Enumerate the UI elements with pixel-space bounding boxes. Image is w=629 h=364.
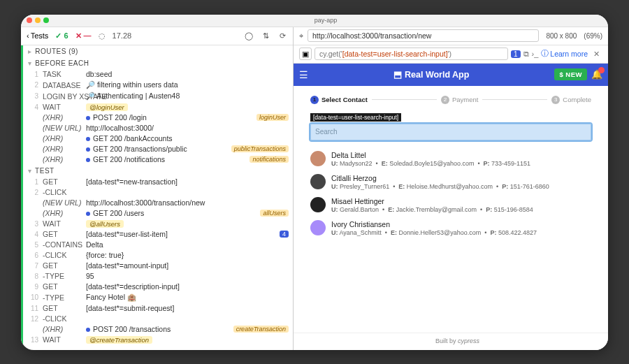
command-row[interactable]: 11GET[data-test*=submit-request]	[23, 303, 293, 314]
contact-list: Delta Littel U: Madyson22 • E: Soledad.B…	[310, 147, 591, 240]
selector-prefix: cy.get('	[319, 50, 342, 58]
xhr-dot-icon	[86, 137, 90, 141]
line-number: 6	[27, 252, 38, 259]
stepper-step: 3Complete	[551, 96, 591, 104]
chevron-icon: ▾	[27, 59, 33, 67]
cypress-runner-panel: ‹ Tests ✓ 6 ✕ — ◌ 17.28 ◯ ⇅ ⟳ ▸ ROUTES (…	[21, 27, 294, 350]
command-row[interactable]: 13WAIT@createTransaction	[23, 335, 293, 345]
command-row[interactable]: (XHR)GET 200 /usersallUsers	[23, 208, 293, 219]
url-input[interactable]: http://localhost:3000/transaction/new	[308, 29, 539, 42]
command-row[interactable]: 1GET[data-test*=new-transaction]	[23, 177, 293, 187]
refresh-icon[interactable]: ⟳	[277, 31, 287, 41]
menu-icon[interactable]: ☰	[299, 69, 308, 80]
command-row[interactable]: 12-CLICK	[23, 314, 293, 324]
command-row[interactable]: (NEW URL)http://localhost:3000/transacti…	[23, 198, 293, 208]
section-header[interactable]: ▾ TEST	[23, 165, 293, 177]
step-circle: 2	[441, 96, 449, 104]
xhr-dot-icon	[86, 116, 90, 120]
list-item[interactable]: Misael Hettinger U: Gerald.Barton • E: J…	[310, 194, 591, 217]
command-row[interactable]: 9GET[data-test*=description-input]	[23, 282, 293, 292]
alias-pill: @allUsers	[86, 220, 124, 228]
command-message: http://localhost:3000/transaction/new	[86, 198, 289, 207]
minimize-icon[interactable]	[35, 17, 41, 23]
browser-window: pay-app ‹ Tests ✓ 6 ✕ — ◌ 17.28 ◯ ⇅ ⟳ ▸ …	[21, 15, 608, 350]
command-row[interactable]: (NEW URL)http://localhost:3000/	[23, 123, 293, 133]
command-row[interactable]: 4GET[data-test*=user-list-item]4	[23, 229, 293, 240]
info-icon: ⓘ	[541, 49, 549, 59]
command-row[interactable]: 7GET[data-test*=amount-input]	[23, 261, 293, 271]
alias-tag: notifications	[250, 156, 289, 163]
command-name: -TYPE	[43, 293, 82, 302]
bell-icon[interactable]: 🔔	[591, 69, 602, 80]
line-number: 7	[27, 262, 38, 270]
close-icon[interactable]	[27, 17, 32, 23]
command-row[interactable]: 8-TYPE95	[23, 271, 293, 282]
command-name: GET	[43, 230, 82, 238]
command-name: WAIT	[43, 103, 82, 111]
contact-info: Citlalli Herzog U: Presley_Turner61 • E:…	[331, 174, 549, 190]
new-button[interactable]: $ NEW	[554, 68, 587, 80]
command-log[interactable]: ▸ ROUTES (9) ▾ BEFORE EACH1TASKdb:seed2D…	[21, 45, 293, 350]
command-name: (NEW URL)	[43, 124, 82, 132]
command-row[interactable]: (XHR)GET 200 /transactions/publicpublicT…	[23, 144, 293, 154]
list-item[interactable]: Ivory Christiansen U: Ayana_Schmitt • E:…	[310, 217, 591, 240]
notification-badge	[598, 67, 605, 73]
command-row[interactable]: (XHR)GET 200 /notificationsnotifications	[23, 154, 293, 165]
traffic-lights[interactable]	[27, 17, 49, 23]
close-selector-icon[interactable]: ✕	[591, 50, 602, 58]
element-picker-icon[interactable]: ▣	[299, 48, 312, 60]
command-row[interactable]: 1TASKdb:seed	[23, 69, 293, 80]
command-name: GET	[43, 177, 82, 186]
copy-icon[interactable]: ⧉	[523, 50, 529, 59]
command-name: WAIT	[43, 335, 82, 344]
command-message: Fancy Hotel 🏨	[86, 293, 289, 302]
command-message: 🔎 Authenticating | Austen48	[86, 92, 289, 101]
zoom-level: (69%)	[584, 32, 602, 40]
command-message: 🔎 filtering within users data	[86, 80, 289, 89]
command-row[interactable]: 2-CLICK	[23, 187, 293, 198]
line-number: 10	[27, 293, 38, 301]
stepper-line	[482, 99, 547, 100]
back-to-tests-button[interactable]: ‹ Tests	[27, 31, 48, 40]
command-row[interactable]: (XHR)GET 200 /bankAccounts	[23, 133, 293, 144]
learn-more-link[interactable]: ⓘ Learn more	[541, 49, 588, 59]
target-icon[interactable]: ⌖	[299, 31, 303, 41]
command-name: -CLICK	[43, 188, 82, 196]
section-header[interactable]: ▾ BEFORE EACH	[23, 57, 293, 69]
command-row[interactable]: 3LOGIN BY XSTATE🔎 Authenticating | Auste…	[23, 91, 293, 102]
auto-scroll-icon[interactable]: ◯	[244, 31, 254, 41]
console-icon[interactable]: ›_	[532, 50, 539, 58]
line-number: 2	[27, 81, 38, 89]
command-row[interactable]: 2DATABASE🔎 filtering within users data	[23, 80, 293, 91]
section-header[interactable]: ▸ ROUTES (9)	[23, 45, 293, 57]
command-row[interactable]: 5-CONTAINSDelta	[23, 240, 293, 250]
contact-name: Ivory Christiansen	[331, 220, 537, 228]
xhr-dot-icon	[86, 328, 90, 332]
command-name: TASK	[43, 70, 82, 78]
command-message: db:seed	[86, 70, 289, 78]
line-number: 9	[27, 283, 38, 291]
command-row[interactable]: (XHR)POST 200 /loginloginUser	[23, 112, 293, 123]
search-input[interactable]: Search	[310, 124, 591, 140]
command-message: [data-test*=user-list-item]	[86, 230, 289, 238]
line-number: 4	[27, 231, 38, 238]
line-number: 1	[27, 71, 38, 78]
chevron-icon: ▸	[27, 48, 33, 55]
selector-input[interactable]: cy.get(' [data-test=user-list-search-inp…	[314, 48, 508, 60]
contact-info: Ivory Christiansen U: Ayana_Schmitt • E:…	[331, 220, 537, 236]
command-row[interactable]: (XHR)POST 200 /transactionscreateTransac…	[23, 324, 293, 335]
command-row[interactable]: 4WAIT@loginUser	[23, 102, 293, 112]
maximize-icon[interactable]	[43, 17, 49, 23]
command-row[interactable]: 10-TYPEFancy Hotel 🏨	[23, 292, 293, 303]
step-circle: 3	[551, 96, 560, 104]
arrow-up-down-icon[interactable]: ⇅	[261, 31, 270, 41]
list-item[interactable]: Delta Littel U: Madyson22 • E: Soledad.B…	[310, 147, 591, 170]
avatar	[310, 151, 326, 166]
command-row[interactable]: 6-CLICK{force: true}	[23, 250, 293, 261]
command-message: Delta	[86, 240, 289, 249]
brand-logo-icon: ⬒	[393, 69, 402, 80]
command-message: [data-test*=amount-input]	[86, 261, 289, 270]
command-row[interactable]: 3WAIT@allUsers	[23, 219, 293, 229]
command-message: 95	[86, 272, 289, 280]
list-item[interactable]: Citlalli Herzog U: Presley_Turner61 • E:…	[310, 170, 591, 194]
